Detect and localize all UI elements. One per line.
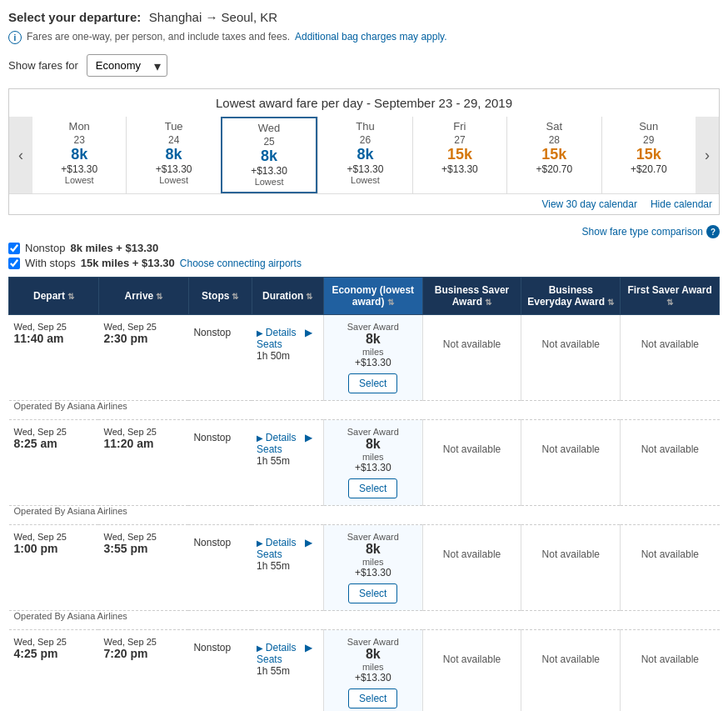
col-header-duration[interactable]: Duration ⇅ (252, 278, 323, 315)
biz-saver-not-available: Not available (428, 637, 516, 665)
select-button[interactable]: Select (348, 583, 397, 603)
depart-date: Wed, Sep 25 (14, 637, 94, 647)
col-header-arrive[interactable]: Arrive ⇅ (98, 278, 188, 315)
calendar-day-27[interactable]: Fri 27 15k +$13.30 (412, 117, 506, 193)
biz-everyday-not-available: Not available (526, 427, 615, 455)
calendar-days-inner: Mon 23 8k +$13.30 Lowest Tue 24 8k +$13.… (32, 117, 696, 193)
award-miles-label: miles (329, 662, 417, 672)
day-num: 28 (509, 134, 599, 146)
sort-icon-duration: ⇅ (306, 292, 312, 301)
sort-icon-arrive: ⇅ (156, 292, 162, 301)
connecting-airports-link[interactable]: Choose connecting airports (180, 258, 302, 269)
day-lowest: Lowest (128, 175, 218, 185)
arrive-time: 3:55 pm (103, 542, 183, 555)
biz-saver-cell: Not available (422, 630, 521, 712)
operated-by-text: Operated By Asiana Airlines (9, 611, 324, 630)
first-saver-cell: Not available (621, 315, 720, 401)
calendar-day-23[interactable]: Mon 23 8k +$13.30 Lowest (32, 117, 126, 193)
day-miles: 8k (34, 146, 124, 163)
biz-saver-cell: Not available (422, 420, 521, 506)
results-table: Depart ⇅ Arrive ⇅ Stops ⇅ (8, 277, 720, 711)
col-header-economy[interactable]: Economy (lowest award) ⇅ (323, 278, 422, 315)
show-fare-comparison-link[interactable]: Show fare type comparison ? (582, 225, 720, 238)
select-button[interactable]: Select (348, 373, 397, 393)
col-header-first-saver[interactable]: First Saver Award ⇅ (621, 278, 720, 315)
fare-notice-text: Fares are one-way, per person, and inclu… (27, 31, 290, 43)
day-name: Fri (415, 120, 505, 133)
details-link[interactable]: Details (257, 327, 296, 338)
fare-type-selector[interactable]: Economy Business First ▾ (87, 54, 167, 77)
calendar-day-29[interactable]: Sun 29 15k +$20.70 (601, 117, 696, 193)
day-lowest: Lowest (320, 175, 410, 185)
economy-award-cell: Saver Award 8k miles +$13.30 Select (323, 315, 422, 401)
arrive-cell: Wed, Sep 25 3:55 pm (98, 525, 188, 611)
day-name: Tue (128, 120, 218, 133)
select-button[interactable]: Select (348, 478, 397, 498)
award-miles: 8k (329, 332, 417, 347)
calendar-next-button[interactable]: › (696, 117, 719, 193)
table-row: Wed, Sep 25 8:25 am Wed, Sep 25 11:20 am… (9, 420, 720, 506)
day-miles: 15k (604, 146, 694, 163)
day-miles: 8k (128, 146, 218, 163)
table-row: Wed, Sep 25 11:40 am Wed, Sep 25 2:30 pm… (9, 315, 720, 401)
calendar-day-25[interactable]: Wed 25 8k +$13.30 Lowest (221, 117, 317, 193)
show-fares-row: Show fares for Economy Business First ▾ (8, 54, 720, 77)
operated-by-text: Operated By Asiana Airlines (9, 506, 324, 525)
economy-award-cell: Saver Award 8k miles +$13.30 Select (323, 420, 422, 506)
biz-everyday-not-available: Not available (526, 637, 615, 665)
arrive-time: 2:30 pm (103, 332, 183, 345)
col-header-biz-everyday[interactable]: Business Everyday Award ⇅ (521, 278, 621, 315)
calendar-day-26[interactable]: Thu 26 8k +$13.30 Lowest (317, 117, 411, 193)
day-cost: +$13.30 (320, 163, 410, 175)
first-saver-not-available: Not available (626, 637, 714, 665)
award-miles-label: miles (329, 452, 417, 462)
table-row: Wed, Sep 25 1:00 pm Wed, Sep 25 3:55 pm … (9, 525, 720, 611)
details-link[interactable]: Details (257, 432, 296, 443)
stops-cell: Nonstop (188, 525, 252, 611)
details-link[interactable]: Details (257, 537, 296, 548)
calendar-day-24[interactable]: Tue 24 8k +$13.30 Lowest (126, 117, 220, 193)
calendar-prev-button[interactable]: ‹ (9, 117, 32, 193)
award-miles-label: miles (329, 347, 417, 357)
with-stops-filter: With stops 15k miles + $13.30 Choose con… (8, 257, 720, 269)
economy-award-cell: Saver Award 8k miles +$13.30 Select (323, 630, 422, 712)
day-cost: +$20.70 (509, 163, 599, 175)
arrive-cell: Wed, Sep 25 11:20 am (98, 420, 188, 506)
show-fares-label: Show fares for (8, 59, 78, 72)
day-name: Sat (509, 120, 599, 133)
with-stops-checkbox[interactable] (8, 258, 20, 269)
duration-value: 1h 55m (257, 560, 290, 572)
calendar-days: ‹ Mon 23 8k +$13.30 Lowest Tue 24 8k +$1… (9, 117, 719, 193)
col-header-stops[interactable]: Stops ⇅ (188, 278, 252, 315)
arrive-date: Wed, Sep 25 (103, 532, 183, 542)
sort-icon-biz-saver: ⇅ (485, 298, 491, 307)
fare-type-select[interactable]: Economy Business First (87, 54, 167, 77)
sort-icon-depart: ⇅ (67, 292, 74, 301)
biz-everyday-cell: Not available (521, 420, 621, 506)
duration-value: 1h 50m (257, 350, 290, 362)
bag-charges-link[interactable]: Additional bag charges may apply. (295, 31, 447, 43)
award-miles: 8k (329, 647, 417, 662)
first-saver-cell: Not available (621, 420, 720, 506)
duration-value: 1h 55m (257, 665, 290, 677)
day-num: 27 (415, 134, 505, 146)
award-cost: +$13.30 (329, 567, 417, 578)
duration-cell: Details ▶ Seats 1h 55m (252, 525, 323, 611)
calendar-day-28[interactable]: Sat 28 15k +$20.70 (506, 117, 601, 193)
view-30-day-link[interactable]: View 30 day calendar (541, 198, 637, 210)
award-cost: +$13.30 (329, 672, 417, 683)
hide-calendar-link[interactable]: Hide calendar (651, 198, 712, 210)
biz-saver-not-available: Not available (428, 322, 516, 350)
select-button[interactable]: Select (348, 688, 397, 708)
operated-by-row: Operated By Asiana Airlines (9, 506, 720, 525)
depart-date: Wed, Sep 25 (14, 427, 94, 437)
day-num: 26 (320, 134, 410, 146)
details-link[interactable]: Details (257, 642, 296, 653)
biz-everyday-not-available: Not available (526, 532, 615, 560)
first-saver-not-available: Not available (626, 322, 714, 350)
col-header-biz-saver[interactable]: Business Saver Award ⇅ (422, 278, 521, 315)
nonstop-checkbox[interactable] (8, 243, 20, 254)
col-header-depart[interactable]: Depart ⇅ (9, 278, 99, 315)
biz-everyday-cell: Not available (521, 525, 621, 611)
nonstop-value: 8k miles + $13.30 (70, 242, 158, 254)
